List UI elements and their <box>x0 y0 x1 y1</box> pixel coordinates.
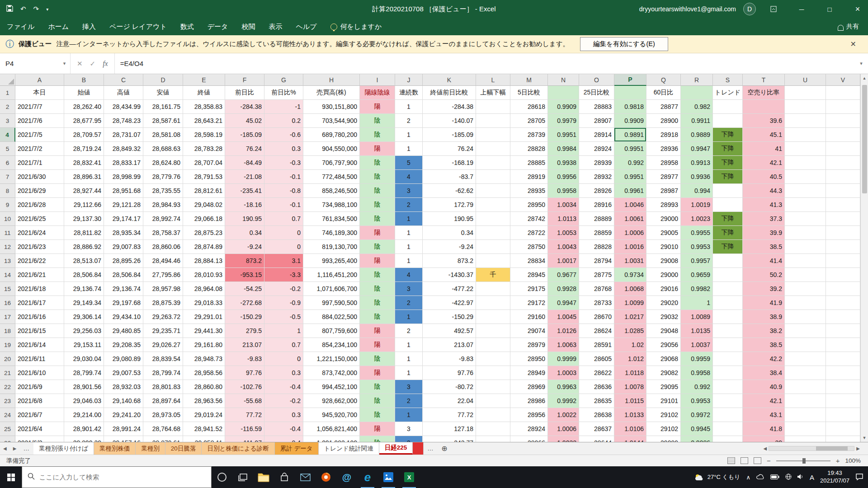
outlook-at-icon[interactable]: @ <box>336 466 357 488</box>
cell-B15[interactable]: 29,136.74 <box>64 282 104 296</box>
cell-K10[interactable]: 190.95 <box>423 212 476 226</box>
cell-F20[interactable]: -9.83 <box>225 352 264 366</box>
cell-P3[interactable]: 0.9909 <box>614 114 646 128</box>
cell-S7[interactable]: 下降 <box>713 170 743 184</box>
cell-C13[interactable]: 28,895.26 <box>104 254 143 268</box>
cell-C26[interactable]: 29,157.16 <box>104 436 143 442</box>
cell-E1[interactable]: 終値 <box>183 86 225 100</box>
cell-N7[interactable]: 0.9956 <box>548 170 579 184</box>
cell-N15[interactable]: 0.9928 <box>548 282 579 296</box>
cell-G15[interactable]: -0.2 <box>264 282 303 296</box>
row-header-5[interactable]: 5 <box>0 142 15 156</box>
row-header-25[interactable]: 25 <box>0 422 15 436</box>
cell-K11[interactable]: 0.34 <box>423 226 476 240</box>
cell-R4[interactable]: 0.9889 <box>681 128 713 142</box>
cortana-icon[interactable] <box>212 466 232 488</box>
cell-D21[interactable]: 28,799.74 <box>143 366 183 380</box>
cell-P13[interactable]: 1.0031 <box>614 254 646 268</box>
cell-A7[interactable]: 2021/6/30 <box>15 170 64 184</box>
cell-H16[interactable]: 997,590,500 <box>303 296 360 310</box>
cell-H25[interactable]: 1,056,821,400 <box>303 422 360 436</box>
cell-F24[interactable]: 77.72 <box>225 408 264 422</box>
tell-me-box[interactable]: 何をしますか <box>324 23 389 31</box>
cell-Q20[interactable]: 29068 <box>646 352 681 366</box>
cell-F22[interactable]: -102.76 <box>225 380 264 394</box>
cell-Q23[interactable]: 29101 <box>646 394 681 408</box>
cell-S6[interactable]: 下降 <box>713 156 743 170</box>
cell-K1[interactable]: 終値前日比較 <box>423 86 476 100</box>
cell-V9[interactable] <box>826 198 860 212</box>
row-header-12[interactable]: 12 <box>0 240 15 254</box>
row-header-21[interactable]: 21 <box>0 366 15 380</box>
cell-C16[interactable]: 29,197.68 <box>104 296 143 310</box>
cell-U14[interactable] <box>785 268 826 282</box>
cell-D22[interactable]: 28,801.83 <box>143 380 183 394</box>
cell-B18[interactable]: 29,256.03 <box>64 324 104 338</box>
cell-U7[interactable] <box>785 170 826 184</box>
cell-Q4[interactable]: 28918 <box>646 128 681 142</box>
cell-H1[interactable]: 売買高(株) <box>303 86 360 100</box>
cell-J20[interactable]: 1 <box>395 352 423 366</box>
cell-I3[interactable]: 陰 <box>360 114 395 128</box>
cell-G20[interactable]: 0 <box>264 352 303 366</box>
cell-C15[interactable]: 29,136.74 <box>104 282 143 296</box>
cell-C1[interactable]: 高値 <box>104 86 143 100</box>
cell-M5[interactable]: 28828 <box>510 142 548 156</box>
cell-J18[interactable]: 2 <box>395 324 423 338</box>
cell-F16[interactable]: -272.68 <box>225 296 264 310</box>
cell-E21[interactable]: 28,958.56 <box>183 366 225 380</box>
cell-U17[interactable] <box>785 310 826 324</box>
row-header-7[interactable]: 7 <box>0 170 15 184</box>
sheet-overflow-left[interactable]: … <box>19 442 33 455</box>
account-email[interactable]: dryyourtearswithlove1@gmail.com <box>639 5 736 13</box>
cell-N20[interactable]: 0.9999 <box>548 352 579 366</box>
cell-O1[interactable]: 25日比較 <box>579 86 614 100</box>
cell-N3[interactable]: 0.9979 <box>548 114 579 128</box>
cell-O12[interactable]: 28828 <box>579 240 614 254</box>
cell-U16[interactable] <box>785 296 826 310</box>
cell-L18[interactable] <box>476 324 510 338</box>
cell-V17[interactable] <box>826 310 860 324</box>
cell-C14[interactable]: 28,506.84 <box>104 268 143 282</box>
column-header-J[interactable]: J <box>395 74 423 86</box>
cell-Q22[interactable]: 29095 <box>646 380 681 394</box>
cell-T3[interactable]: 39.6 <box>743 114 785 128</box>
cell-S5[interactable]: 下降 <box>713 142 743 156</box>
row-header-8[interactable]: 8 <box>0 184 15 198</box>
cell-T26[interactable]: 39 <box>743 436 785 442</box>
cell-T1[interactable]: 空売り比率 <box>743 86 785 100</box>
undo-icon[interactable]: ↶ <box>20 5 26 13</box>
cell-Q14[interactable]: 29000 <box>646 268 681 282</box>
cell-D16[interactable]: 28,875.39 <box>143 296 183 310</box>
cell-J21[interactable]: 1 <box>395 366 423 380</box>
cell-K7[interactable]: -83.7 <box>423 170 476 184</box>
cell-O19[interactable]: 28591 <box>579 338 614 352</box>
cell-H4[interactable]: 689,780,200 <box>303 128 360 142</box>
cell-C21[interactable]: 29,007.53 <box>104 366 143 380</box>
cell-C17[interactable]: 29,434.10 <box>104 310 143 324</box>
row-header-18[interactable]: 18 <box>0 324 15 338</box>
cell-F5[interactable]: 76.24 <box>225 142 264 156</box>
cell-O7[interactable]: 28932 <box>579 170 614 184</box>
cell-D25[interactable]: 28,764.68 <box>143 422 183 436</box>
dismiss-warning-icon[interactable]: ✕ <box>844 40 863 48</box>
cell-O23[interactable]: 28635 <box>579 394 614 408</box>
cell-Q9[interactable]: 28993 <box>646 198 681 212</box>
cell-U12[interactable] <box>785 240 826 254</box>
cell-B8[interactable]: 28,927.44 <box>64 184 104 198</box>
cell-I25[interactable]: 陽 <box>360 422 395 436</box>
cell-J14[interactable]: 4 <box>395 268 423 282</box>
cell-U26[interactable] <box>785 436 826 442</box>
column-header-F[interactable]: F <box>225 74 264 86</box>
cell-D17[interactable]: 29,263.72 <box>143 310 183 324</box>
cell-T10[interactable]: 37.3 <box>743 212 785 226</box>
cell-P23[interactable]: 1.0115 <box>614 394 646 408</box>
cell-B22[interactable]: 28,901.56 <box>64 380 104 394</box>
cell-G23[interactable]: -0.2 <box>264 394 303 408</box>
cell-F13[interactable]: 873.2 <box>225 254 264 268</box>
cell-H24[interactable]: 945,920,700 <box>303 408 360 422</box>
cell-Q3[interactable]: 28900 <box>646 114 681 128</box>
column-header-K[interactable]: K <box>423 74 476 86</box>
cell-C10[interactable]: 29,174.17 <box>104 212 143 226</box>
cell-H21[interactable]: 873,742,000 <box>303 366 360 380</box>
